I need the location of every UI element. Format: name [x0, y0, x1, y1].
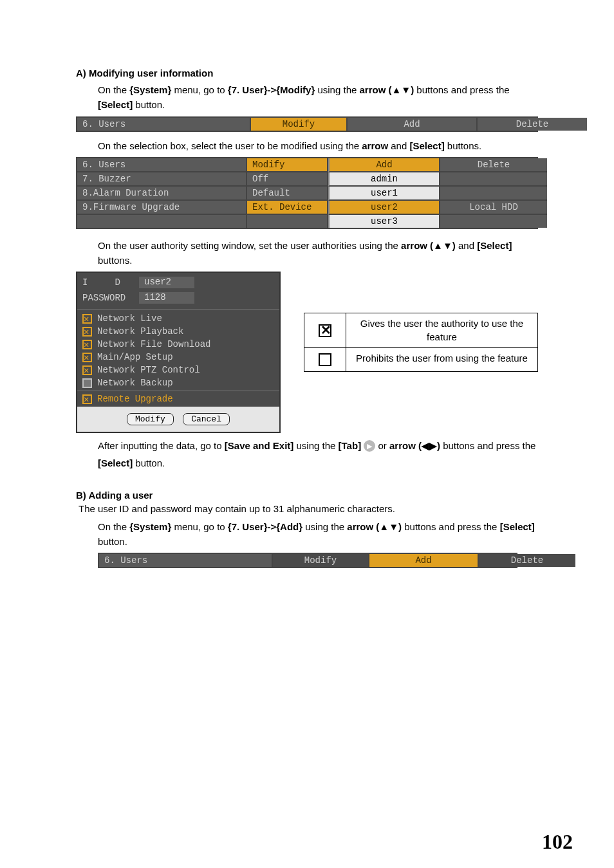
text: After inputting the data, go to	[98, 440, 225, 451]
sel-val[interactable]: Ext. Device	[247, 201, 328, 215]
authority-label: Network Playback	[97, 326, 183, 337]
sel-user[interactable]: user1	[328, 187, 440, 201]
sel-val[interactable]: Off	[247, 172, 328, 187]
authority-label: Network Live	[97, 313, 162, 324]
text: using the	[302, 521, 347, 532]
tab-icon: ▶	[364, 440, 375, 452]
menu-cell-delete[interactable]: Delete	[478, 118, 587, 131]
text-bold: arrow (▲▼)	[401, 240, 456, 251]
text-bold: {System}	[129, 521, 171, 532]
text-bold: arrow (◀▶)	[389, 440, 440, 451]
text: and	[388, 140, 409, 151]
sel-right[interactable]: Delete	[440, 158, 547, 172]
menu-cell-modify[interactable]: Modify	[273, 554, 369, 567]
authority-list: Network Live Network Playback Network Fi…	[77, 309, 279, 407]
checkbox-icon[interactable]	[82, 314, 92, 324]
text: or	[378, 440, 389, 451]
text: On the user authority setting window, se…	[98, 240, 401, 251]
legend-unchecked-icon	[304, 348, 346, 371]
text-bold: arrow (▲▼)	[360, 84, 414, 95]
section-b-para1: On the {System} menu, go to {7. User}->{…	[98, 519, 537, 549]
legend-checked-icon	[304, 313, 346, 347]
authority-item[interactable]: Main/App Setup	[77, 351, 279, 364]
text-bold: [Save and Exit]	[225, 440, 294, 451]
text-bold: arrow	[362, 140, 388, 151]
text-bold: {7. User}->{Modify}	[228, 84, 315, 95]
section-a-para1: On the {System} menu, go to {7. User}->{…	[98, 82, 537, 113]
text-bold: [Select]	[98, 457, 133, 468]
authority-item[interactable]: Network Backup	[77, 376, 279, 389]
sel-left[interactable]: 9.Firmware Upgrade	[77, 201, 247, 215]
authority-label: Network PTZ Control	[97, 365, 200, 375]
id-field[interactable]: user2	[139, 277, 194, 288]
legend-text: Gives the user the authority to use the …	[346, 313, 537, 347]
text-bold: {7. User}->{Add}	[228, 521, 302, 532]
sel-val[interactable]: Modify	[247, 158, 328, 172]
modify-button[interactable]: Modify	[127, 413, 174, 425]
menu-cell-add[interactable]: Add	[369, 554, 479, 567]
authority-item[interactable]: Network Live	[77, 312, 279, 325]
text-bold: [Select]	[98, 99, 133, 110]
sel-left[interactable]: 6. Users	[77, 158, 247, 172]
sel-left[interactable]: 8.Alarm Duration	[77, 187, 247, 201]
sel-user[interactable]: user3	[328, 215, 440, 228]
authority-item[interactable]: Network PTZ Control	[77, 364, 279, 376]
sel-val[interactable]: Default	[247, 187, 328, 201]
user-selection-table: 6. Users Modify Add Delete 7. Buzzer Off…	[76, 157, 538, 229]
text: button.	[133, 99, 165, 110]
section-a-para2: On the selection box, select the user to…	[98, 138, 537, 153]
checkbox-icon[interactable]	[82, 365, 92, 375]
text: On the	[98, 521, 129, 532]
checkbox-icon[interactable]	[82, 378, 92, 388]
text-bold: [Select]	[477, 240, 512, 251]
sel-user[interactable]: user2	[328, 201, 440, 215]
menu-cell-users[interactable]: 6. Users	[77, 118, 251, 131]
password-field[interactable]: 1128	[139, 292, 194, 304]
authority-item[interactable]: Network Playback	[77, 325, 279, 338]
text: buttons.	[98, 255, 132, 266]
authority-label: Network Backup	[97, 378, 173, 388]
text: menu, go to	[171, 521, 228, 532]
sel-right	[440, 215, 547, 228]
text: using the	[293, 440, 338, 451]
text: buttons and press the	[402, 521, 500, 532]
legend-text: Prohibits the user from using the featur…	[346, 348, 537, 371]
checkbox-icon[interactable]	[82, 353, 92, 362]
menu-cell-modify[interactable]: Modify	[251, 118, 348, 131]
sel-left[interactable]: 7. Buzzer	[77, 172, 247, 187]
authority-label: Main/App Setup	[97, 352, 173, 362]
sel-user[interactable]: admin	[328, 172, 440, 187]
id-label: I D	[82, 277, 133, 288]
checkbox-icon[interactable]	[82, 394, 92, 404]
text-bold: [Tab]	[339, 440, 362, 451]
authority-label: Remote Upgrade	[97, 394, 173, 404]
text: menu, go to	[171, 84, 228, 95]
menu-cell-delete[interactable]: Delete	[479, 554, 575, 567]
menu-bar-users-add: 6. Users Modify Add Delete	[98, 553, 517, 568]
text: buttons and press the	[414, 84, 509, 95]
section-b-heading: B) Adding a user	[76, 490, 575, 501]
checkbox-icon[interactable]	[82, 340, 92, 349]
text: On the selection box, select the user to…	[98, 140, 362, 151]
authority-item[interactable]: Network File Download	[77, 338, 279, 351]
text: and	[456, 240, 477, 251]
sel-right	[440, 187, 547, 201]
text-bold: [Select]	[409, 140, 444, 151]
section-a-heading: A) Modifying user information	[76, 68, 575, 78]
section-a-para3: On the user authority setting window, se…	[98, 238, 537, 268]
authority-item[interactable]: Remote Upgrade	[77, 392, 279, 405]
text: button.	[133, 457, 165, 468]
cancel-button[interactable]: Cancel	[183, 413, 230, 425]
password-label: PASSWORD	[82, 293, 133, 303]
text: buttons.	[445, 140, 482, 151]
sel-right[interactable]: Local HDD	[440, 201, 547, 215]
sel-user[interactable]: Add	[328, 158, 440, 172]
checkbox-icon[interactable]	[82, 327, 92, 337]
section-a-para4: After inputting the data, go to [Save an…	[98, 437, 537, 472]
page-number: 102	[542, 830, 573, 854]
authority-legend: Gives the user the authority to use the …	[304, 313, 538, 372]
menu-cell-users[interactable]: 6. Users	[99, 554, 273, 567]
text-bold: arrow (▲▼)	[347, 521, 402, 532]
menu-cell-add[interactable]: Add	[348, 118, 478, 131]
sel-left	[77, 215, 247, 228]
